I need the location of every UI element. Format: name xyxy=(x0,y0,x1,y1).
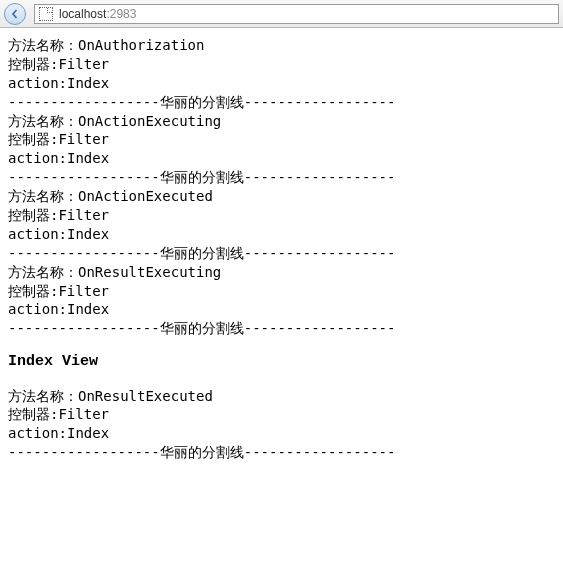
heading: Index View xyxy=(8,352,555,372)
filter-block: 方法名称：OnActionExecuting控制器:Filteraction:I… xyxy=(8,112,555,188)
address-host: localhost xyxy=(59,7,106,21)
controller-line: 控制器:Filter xyxy=(8,130,555,149)
divider-line: ------------------华丽的分割线----------------… xyxy=(8,168,555,187)
method-line: 方法名称：OnAuthorization xyxy=(8,36,555,55)
action-line: action:Index xyxy=(8,149,555,168)
action-line: action:Index xyxy=(8,424,555,443)
divider-line: ------------------华丽的分割线----------------… xyxy=(8,93,555,112)
browser-toolbar: localhost:2983 xyxy=(0,0,563,28)
filter-block: 方法名称：OnAuthorization控制器:Filteraction:Ind… xyxy=(8,36,555,112)
controller-line: 控制器:Filter xyxy=(8,55,555,74)
back-button[interactable] xyxy=(4,3,26,25)
method-line: 方法名称：OnResultExecuted xyxy=(8,387,555,406)
method-line: 方法名称：OnActionExecuting xyxy=(8,112,555,131)
method-line: 方法名称：OnActionExecuted xyxy=(8,187,555,206)
action-line: action:Index xyxy=(8,74,555,93)
divider-line: ------------------华丽的分割线----------------… xyxy=(8,443,555,462)
page-content: 方法名称：OnAuthorization控制器:Filteraction:Ind… xyxy=(0,28,563,470)
chevron-left-icon xyxy=(10,9,20,19)
address-port: :2983 xyxy=(106,7,136,21)
divider-line: ------------------华丽的分割线----------------… xyxy=(8,319,555,338)
page-icon xyxy=(39,7,53,21)
method-line: 方法名称：OnResultExecuting xyxy=(8,263,555,282)
address-bar[interactable]: localhost:2983 xyxy=(34,4,559,24)
controller-line: 控制器:Filter xyxy=(8,282,555,301)
controller-line: 控制器:Filter xyxy=(8,206,555,225)
filter-block: 方法名称：OnResultExecuted控制器:Filteraction:In… xyxy=(8,387,555,463)
action-line: action:Index xyxy=(8,300,555,319)
action-line: action:Index xyxy=(8,225,555,244)
filter-block: 方法名称：OnActionExecuted控制器:Filteraction:In… xyxy=(8,187,555,263)
divider-line: ------------------华丽的分割线----------------… xyxy=(8,244,555,263)
filter-block: 方法名称：OnResultExecuting控制器:Filteraction:I… xyxy=(8,263,555,339)
address-text: localhost:2983 xyxy=(59,7,554,21)
controller-line: 控制器:Filter xyxy=(8,405,555,424)
